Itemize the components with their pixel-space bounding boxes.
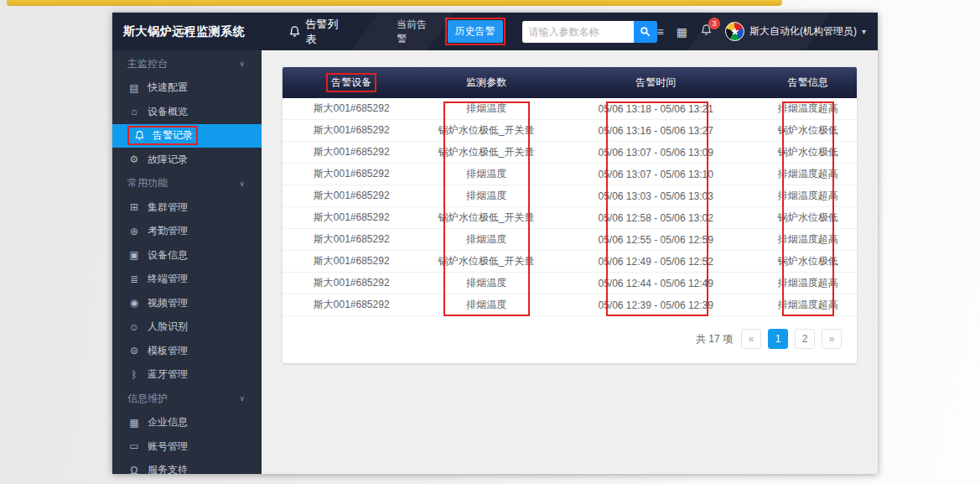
chevron-down-icon: ∨ [239, 60, 245, 68]
table-cell: 05/06 13:16 - 05/06 13:27 [552, 120, 760, 141]
sidebar-item[interactable]: ▤快速配置 [112, 76, 262, 101]
sidebar-item[interactable]: ☺人脸识别 [112, 315, 262, 340]
table-row: 斯大001#685292排烟温度05/06 13:18 - 05/06 13:2… [283, 98, 857, 120]
table-cell: 锅炉水位极低_开关量 [420, 120, 552, 141]
sidebar-item-label: 服务支持 [148, 463, 188, 474]
table-cell: 排烟温度超高 [760, 98, 857, 119]
table-cell: 排烟温度 [420, 98, 552, 119]
table-row: 斯大001#685292排烟温度05/06 13:07 - 05/06 13:1… [283, 164, 857, 185]
table-cell: 05/06 13:03 - 05/06 13:03 [552, 185, 760, 206]
pagination-next-button[interactable]: » [822, 329, 842, 349]
sidebar-item[interactable]: ⊛考勤管理 [112, 220, 262, 244]
alarm-list-module: 告警列表 [288, 17, 344, 47]
table-row: 斯大001#685292锅炉水位极低_开关量05/06 13:16 - 05/0… [283, 120, 857, 142]
table-cell: 05/06 12:58 - 05/06 13:02 [552, 207, 760, 228]
notification-bell-icon[interactable]: 3 [700, 23, 713, 39]
table-cell: 锅炉水位极低 [760, 251, 857, 272]
column-header-label: 告警信息 [788, 75, 828, 90]
column-header: 告警时间 [552, 75, 760, 90]
sidebar-section-header[interactable]: 主监控台∨ [112, 52, 262, 76]
sidebar-item[interactable]: ▭账号管理 [112, 435, 262, 459]
table-footer: 共 17 项 «12» [283, 316, 857, 349]
table-cell: 斯大001#685292 [283, 164, 420, 185]
column-header-label: 告警时间 [635, 75, 676, 90]
table-cell: 斯大001#685292 [283, 120, 420, 141]
sidebar-item[interactable]: ▦企业信息 [112, 411, 262, 435]
sidebar-item-label: 终端管理 [148, 272, 188, 286]
attendance-icon: ⊛ [127, 226, 141, 237]
table-cell: 排烟温度超高 [760, 229, 857, 250]
table-cell: 排烟温度超高 [760, 294, 857, 315]
table-cell: 排烟温度 [420, 164, 552, 185]
terminal-icon: ≣ [127, 273, 141, 285]
bell-icon [132, 130, 146, 141]
template-icon: ⊜ [127, 345, 141, 356]
topbar-right: ≡ ▦ 3 ★ 斯大自动化(机构管理员) ▾ [657, 22, 878, 41]
current-alarm-tab[interactable]: 当前告警 [397, 18, 433, 46]
sidebar-item[interactable]: 告警记录 [112, 124, 262, 148]
column-header-label: 告警设备 [331, 75, 371, 90]
table-row: 斯大001#685292排烟温度05/06 13:03 - 05/06 13:0… [283, 185, 857, 207]
sidebar-item-label: 设备信息 [148, 248, 188, 263]
qr-code-icon[interactable]: ▦ [677, 25, 687, 39]
user-menu[interactable]: ★ 斯大自动化(机构管理员) ▾ [725, 22, 866, 41]
history-alarm-annotation-box: 历史告警 [445, 18, 506, 45]
search-input[interactable] [522, 21, 634, 43]
table-cell: 斯大001#685292 [283, 142, 420, 163]
table-header-row: 告警设备监测参数告警时间告警信息 [283, 67, 857, 98]
chevron-down-icon: ∨ [239, 180, 245, 188]
building-icon: ▦ [127, 417, 141, 429]
param-search [522, 21, 657, 43]
sidebar-item-label: 人脸识别 [148, 320, 188, 334]
sidebar-item[interactable]: Ω服务支持 [112, 459, 262, 475]
column-header: 告警设备 [283, 73, 420, 92]
sidebar-item-label: 视频管理 [148, 296, 188, 310]
sidebar-item-label: 设备概览 [148, 105, 188, 119]
table-cell: 排烟温度超高 [760, 164, 857, 185]
table-cell: 05/06 13:07 - 05/06 13:09 [552, 142, 760, 163]
notification-badge: 3 [708, 18, 720, 29]
table-cell: 05/06 13:07 - 05/06 13:10 [552, 164, 760, 185]
sidebar-item[interactable]: ⚙故障记录 [112, 148, 262, 172]
sidebar-section-header[interactable]: 信息维护∨ [112, 387, 262, 411]
card-icon: ▭ [127, 440, 141, 452]
image-icon: ▣ [127, 249, 141, 261]
column-header-label: 监测参数 [466, 75, 506, 90]
document-icon: ▤ [127, 82, 141, 94]
sidebar-section-label: 信息维护 [127, 392, 168, 406]
sidebar-item-label: 企业信息 [148, 415, 188, 429]
sidebar-item[interactable]: ⊞集群管理 [112, 195, 262, 220]
sidebar-section-label: 常用功能 [127, 176, 168, 190]
history-alarm-tab[interactable]: 历史告警 [448, 20, 503, 43]
search-button[interactable] [634, 21, 657, 43]
sidebar-item[interactable]: ≣终端管理 [112, 268, 262, 292]
table-cell: 斯大001#685292 [283, 251, 420, 272]
pagination-page-button[interactable]: 1 [768, 329, 788, 349]
sidebar-item[interactable]: ᛒ蓝牙管理 [112, 363, 262, 388]
sidebar-item[interactable]: ▣设备信息 [112, 243, 262, 268]
sidebar-item-label: 蓝牙管理 [148, 367, 188, 382]
sidebar-item[interactable]: ⌂设备概览 [112, 100, 262, 124]
table-cell: 05/06 12:44 - 05/06 12:49 [552, 273, 760, 294]
sidebar-item[interactable]: ◉视频管理 [112, 291, 262, 315]
table-cell: 锅炉水位极低_开关量 [420, 207, 552, 228]
chevron-down-icon: ∨ [239, 394, 245, 403]
app-window: 斯大锅炉远程监测系统 告警列表 当前告警 历史告警 [112, 13, 878, 474]
menu-icon[interactable]: ≡ [657, 25, 664, 39]
table-row: 斯大001#685292锅炉水位极低_开关量05/06 12:58 - 05/0… [283, 207, 857, 229]
sidebar-item-label: 账号管理 [148, 440, 188, 454]
user-name: 斯大自动化(机构管理员) [749, 24, 857, 39]
sidebar-item[interactable]: ⊜模板管理 [112, 339, 262, 363]
column-header: 告警信息 [760, 75, 857, 90]
table-cell: 斯大001#685292 [283, 207, 420, 228]
pagination-prev-button[interactable]: « [741, 329, 761, 349]
alarm-table-card: 告警设备监测参数告警时间告警信息 斯大001#685292排烟温度05/06 1… [283, 67, 857, 363]
table-cell: 锅炉水位极低 [760, 207, 857, 228]
app-title: 斯大锅炉远程监测系统 [112, 24, 258, 39]
pagination-page-button[interactable]: 2 [795, 329, 815, 349]
table-cell: 05/06 12:55 - 05/06 12:59 [552, 229, 760, 250]
table-cell: 斯大001#685292 [283, 185, 420, 206]
table-row: 斯大001#685292排烟温度05/06 12:55 - 05/06 12:5… [283, 229, 857, 251]
table-cell: 斯大001#685292 [283, 294, 420, 315]
sidebar-section-header[interactable]: 常用功能∨ [112, 172, 262, 196]
